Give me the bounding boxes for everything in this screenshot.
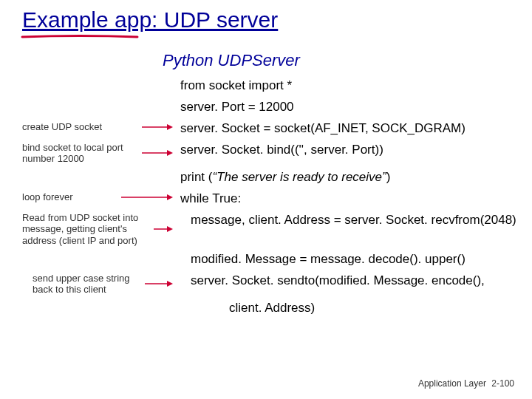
code-line: modified. Message = message. decode(). u… [177, 251, 466, 268]
svg-marker-1 [167, 124, 173, 130]
arrow-icon [121, 191, 173, 204]
code-line: print (“The server is ready to receive”) [177, 169, 390, 186]
code-line: server. Socket. bind(('', server. Port)) [177, 142, 383, 159]
footer-label: Application Layer [418, 378, 486, 389]
code-line: server. Port = 12000 [177, 99, 294, 116]
annotation: send upper case string back to this clie… [22, 273, 142, 296]
annotation: bind socket to local port number 12000 [22, 142, 139, 165]
code-line: while True: [177, 191, 241, 208]
svg-marker-3 [167, 150, 173, 156]
annotation: Read from UDP socket into message, getti… [22, 212, 151, 247]
arrow-icon [142, 120, 173, 134]
svg-marker-7 [167, 226, 173, 232]
slide-subtitle: Python UDPServer [163, 51, 517, 70]
arrow-icon [145, 277, 173, 290]
code-line: server. Socket. sendto(modified. Message… [177, 273, 485, 290]
annotation: create UDP socket [22, 121, 139, 133]
annotation: loop forever [22, 191, 118, 203]
code-line: server. Socket = socket(AF_INET, SOCK_DG… [177, 120, 466, 137]
page-number: 2-100 [491, 378, 514, 389]
svg-marker-5 [167, 194, 173, 200]
arrow-icon [142, 146, 173, 160]
code-line: message, client. Address = server. Socke… [177, 212, 516, 229]
code-line: from socket import * [177, 78, 292, 95]
slide-title: Example app: UDP server [22, 7, 517, 33]
svg-marker-9 [167, 281, 173, 287]
code-line: client. Address) [177, 300, 315, 317]
slide-footer: Application Layer 2-100 [418, 378, 514, 389]
code-block: from socket import * server. Port = 1200… [22, 78, 517, 317]
arrow-icon [154, 222, 173, 236]
marker-underline [21, 34, 139, 38]
